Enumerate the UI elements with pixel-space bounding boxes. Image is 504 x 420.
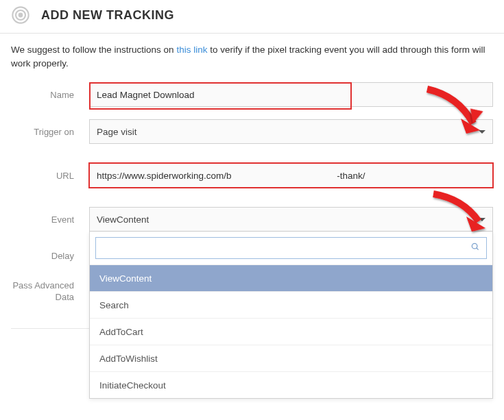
event-option-viewcontent[interactable]: ViewContent [90,264,492,291]
event-label: Event [11,214,89,225]
form: Name Trigger on Page visit URL Event Vie… [0,82,504,329]
row-url: URL [11,163,493,188]
trigger-select[interactable]: Page visit [89,119,493,144]
row-event: Event ViewContent [11,207,493,232]
intro-link[interactable]: this link [176,45,207,55]
header: ADD NEW TRACKING [0,0,504,34]
event-dropdown: ViewContent Search AddToCart AddToWishli… [89,232,493,399]
search-icon [470,242,480,254]
intro-before: We suggest to follow the instructions on [11,45,176,55]
event-select[interactable]: ViewContent [89,207,493,232]
svg-point-2 [19,14,23,17]
trigger-label: Trigger on [11,127,89,137]
chevron-down-icon [479,130,485,134]
event-value: ViewContent [97,214,149,225]
page-title: ADD NEW TRACKING [41,8,174,23]
target-icon [11,5,30,25]
event-option-addtocart[interactable]: AddToCart [90,318,492,345]
trigger-value: Page visit [97,127,137,137]
svg-line-4 [477,248,479,250]
delay-label: Delay [11,251,89,261]
chevron-down-icon [479,218,485,221]
name-label: Name [11,90,89,100]
row-trigger: Trigger on Page visit [11,119,493,144]
event-option-addtowishlist[interactable]: AddToWishlist [90,345,492,371]
name-input[interactable] [89,82,493,107]
row-name: Name [11,82,493,107]
event-option-initiatecheckout[interactable]: InitiateCheckout [90,371,492,398]
intro-text: We suggest to follow the instructions on… [0,34,504,82]
url-input[interactable] [89,163,493,188]
pass-advanced-label: Pass Advanced Data [11,280,89,304]
event-search-input[interactable] [95,237,487,259]
url-label: URL [11,171,89,181]
event-option-search[interactable]: Search [90,291,492,318]
